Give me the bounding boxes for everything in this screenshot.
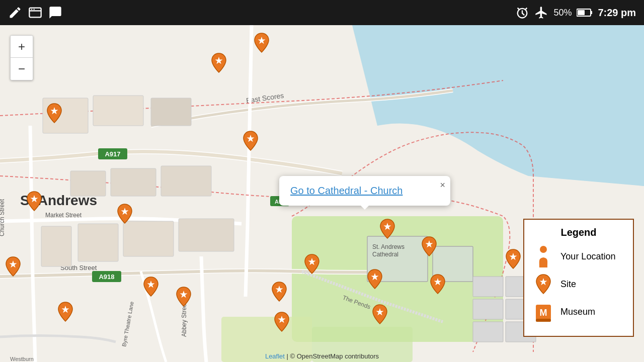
svg-rect-36 <box>473 277 503 297</box>
map-pin-p12[interactable] <box>367 268 383 292</box>
alarm-icon <box>515 6 529 20</box>
zoom-controls: + − <box>10 35 33 80</box>
zoom-in-button[interactable]: + <box>11 36 33 58</box>
svg-point-49 <box>540 246 547 253</box>
map-pin-p19[interactable] <box>274 311 290 334</box>
map-pin-p6[interactable] <box>117 203 133 226</box>
svg-rect-51 <box>536 319 551 322</box>
map-popup: × Go to Cathedral - Church <box>279 176 450 206</box>
svg-rect-25 <box>93 96 143 126</box>
svg-rect-32 <box>123 221 174 256</box>
status-right-icons: 50% 7:29 pm <box>515 6 636 20</box>
svg-rect-26 <box>151 98 191 126</box>
airplane-icon <box>534 6 548 20</box>
popup-link[interactable]: Go to Cathedral - Church <box>290 185 403 196</box>
map-pin-p15[interactable] <box>143 276 159 299</box>
svg-rect-42 <box>473 322 503 342</box>
svg-rect-0 <box>29 8 41 18</box>
map-pin-p5[interactable] <box>26 191 42 214</box>
svg-point-3 <box>34 9 35 10</box>
svg-text:Cathedral: Cathedral <box>372 251 398 258</box>
legend-museum-icon: M <box>533 301 553 323</box>
legend-museum-label: Museum <box>560 307 595 317</box>
svg-text:Market Street: Market Street <box>45 212 82 219</box>
map-pin-p8[interactable] <box>421 236 437 259</box>
svg-rect-28 <box>111 168 156 196</box>
svg-text:A917: A917 <box>105 150 120 158</box>
legend-item-location: Your Location <box>533 245 624 267</box>
map-pin-p14[interactable] <box>271 281 287 304</box>
popup-close-button[interactable]: × <box>440 180 445 191</box>
svg-rect-7 <box>591 11 592 14</box>
svg-text:Church Street: Church Street <box>0 199 6 236</box>
map-pin-p9[interactable] <box>505 248 521 272</box>
map-pin-p16[interactable] <box>176 286 192 309</box>
svg-rect-33 <box>179 219 234 251</box>
legend-title: Legend <box>533 227 624 238</box>
legend-location-label: Your Location <box>560 251 615 262</box>
svg-text:A918: A918 <box>99 273 114 281</box>
time-display: 7:29 pm <box>598 7 636 19</box>
map-pin-p2[interactable] <box>211 52 227 75</box>
legend-item-museum: M Museum <box>533 301 624 323</box>
status-bar: 50% 7:29 pm <box>0 0 644 25</box>
map-pin-p10[interactable] <box>304 253 320 277</box>
svg-rect-29 <box>161 166 211 196</box>
svg-rect-6 <box>578 10 585 15</box>
status-left-icons <box>8 6 62 20</box>
zoom-out-button[interactable]: − <box>11 58 33 80</box>
svg-text:St. Andrews: St. Andrews <box>372 243 405 250</box>
svg-rect-31 <box>78 224 118 261</box>
chat-icon <box>48 6 62 20</box>
map-pin-p17[interactable] <box>57 301 73 324</box>
legend-site-label: Site <box>560 279 576 290</box>
browser-icon <box>28 6 42 20</box>
map-pin-p13[interactable] <box>430 274 446 297</box>
map-pin-p11[interactable] <box>5 256 21 279</box>
map-container[interactable]: East Scores A917 South Street A918 Marke… <box>0 25 644 362</box>
svg-text:M: M <box>540 308 547 318</box>
map-pin-p18[interactable] <box>372 304 388 327</box>
map-pin-p3[interactable] <box>46 103 62 126</box>
svg-rect-30 <box>41 226 71 266</box>
map-pin-p4[interactable] <box>243 130 259 153</box>
map-pin-p7[interactable] <box>379 218 395 241</box>
svg-point-2 <box>31 9 32 10</box>
battery-icon <box>577 8 593 17</box>
svg-rect-39 <box>473 299 503 319</box>
map-pin-p1[interactable] <box>254 32 270 55</box>
pencil-icon <box>8 6 22 20</box>
legend-item-site: Site <box>533 274 624 295</box>
legend-panel: Legend Your Location Site <box>523 219 634 337</box>
legend-site-icon <box>533 274 553 295</box>
battery-percent: 50% <box>553 8 572 18</box>
legend-location-icon <box>533 245 553 267</box>
leaflet-link[interactable]: Leaflet <box>265 352 285 360</box>
map-attribution: Leaflet | © OpenStreetMap contributors <box>0 352 644 360</box>
osm-credit: | © OpenStreetMap contributors <box>287 352 379 360</box>
